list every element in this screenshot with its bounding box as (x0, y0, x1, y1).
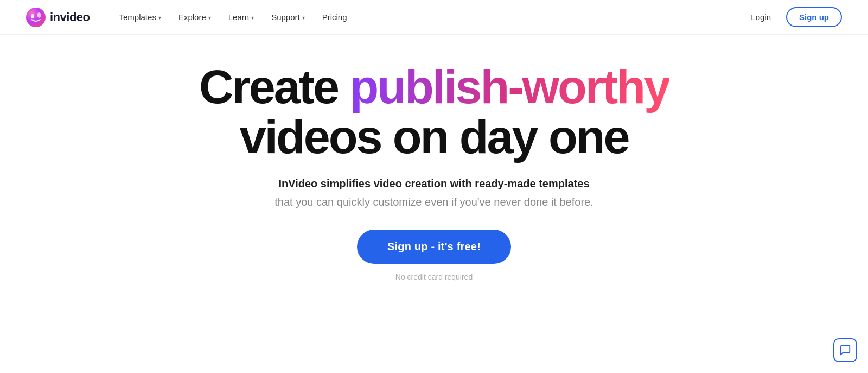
headline-prefix: Create (199, 60, 349, 113)
chevron-down-icon: ▾ (251, 15, 254, 21)
svg-point-0 (26, 8, 46, 27)
hero-subtitle-line2: that you can quickly customize even if y… (275, 194, 593, 210)
logo-icon (26, 8, 46, 27)
nav-item-templates[interactable]: Templates ▾ (112, 8, 169, 26)
hero-section: Create publish-worthy videos on day one … (0, 35, 868, 298)
hero-headline: Create publish-worthy videos on day one (199, 62, 669, 162)
hero-subtitle-line1: InVideo simplifies video creation with r… (278, 175, 589, 192)
headline-gradient: publish-worthy (349, 60, 669, 113)
nav-signup-button[interactable]: Sign up (786, 7, 842, 27)
chat-bubble-icon (839, 344, 851, 356)
nav-item-support[interactable]: Support ▾ (264, 8, 312, 26)
logo-link[interactable]: invideo (26, 8, 90, 27)
brand-name: invideo (50, 10, 90, 24)
headline-suffix: videos on day one (240, 110, 629, 163)
svg-point-2 (37, 12, 41, 18)
no-credit-label: No credit card required (395, 273, 473, 281)
svg-point-1 (31, 14, 34, 18)
nav-item-pricing[interactable]: Pricing (315, 8, 355, 26)
chevron-down-icon: ▾ (302, 15, 305, 21)
chevron-down-icon: ▾ (158, 15, 161, 21)
nav-item-explore[interactable]: Explore ▾ (171, 8, 219, 26)
chevron-down-icon: ▾ (208, 15, 211, 21)
nav-right: Login Sign up (744, 7, 842, 27)
chat-icon-button[interactable] (833, 338, 857, 362)
nav-links: Templates ▾ Explore ▾ Learn ▾ Support ▾ … (112, 8, 745, 26)
login-button[interactable]: Login (744, 8, 777, 26)
cta-signup-button[interactable]: Sign up - it's free! (357, 230, 511, 264)
navbar: invideo Templates ▾ Explore ▾ Learn ▾ Su… (0, 0, 868, 35)
nav-item-learn[interactable]: Learn ▾ (221, 8, 261, 26)
